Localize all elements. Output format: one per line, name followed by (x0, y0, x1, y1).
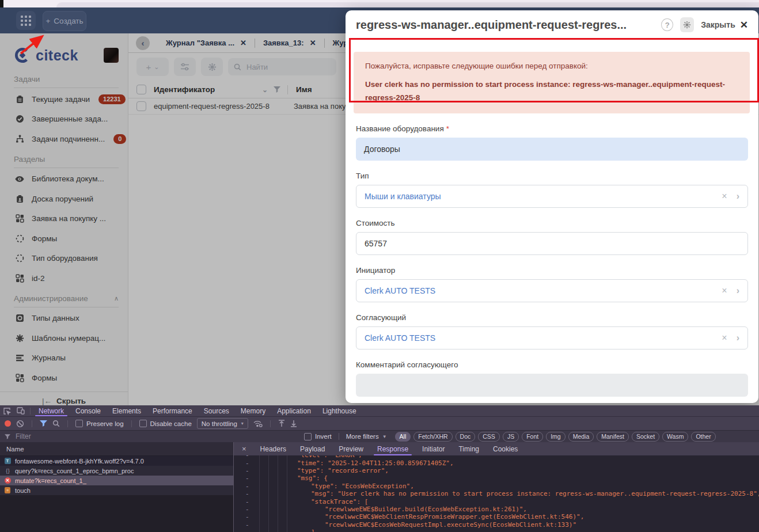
field-name-input[interactable]: Договоры (356, 138, 748, 161)
devtools-tab-elements[interactable]: Elements (107, 405, 147, 416)
device-toolbar-icon[interactable] (14, 405, 28, 416)
screen: + Создать citeck ЗадачиТекущие задачи122… (0, 0, 759, 532)
filter-icon[interactable] (40, 420, 47, 427)
field-type-value: Мыши и клавиатуры (365, 192, 441, 201)
devtools-tab-sources[interactable]: Sources (198, 405, 235, 416)
detail-tab-cookies[interactable]: Cookies (486, 442, 525, 455)
code-request-icon: { } (4, 468, 11, 474)
fold-marker[interactable]: - (245, 513, 249, 520)
field-label-type: Тип (356, 172, 748, 180)
disable-cache-toggle[interactable]: Disable cache (139, 420, 192, 427)
field-label-comment: Комментарий согласующего (356, 360, 748, 369)
filter-chip-css[interactable]: CSS (478, 432, 500, 442)
detail-tab-payload[interactable]: Payload (293, 442, 332, 455)
field-cost-input[interactable]: 65757 (356, 232, 748, 255)
invert-toggle[interactable]: Invert (304, 433, 332, 440)
throttling-dropdown[interactable]: No throttling ▾ (197, 418, 248, 429)
preserve-log-checkbox[interactable] (75, 420, 83, 427)
help-icon[interactable]: ? (661, 18, 673, 31)
chevron-right-icon[interactable]: › (737, 286, 739, 296)
fold-marker[interactable]: - (245, 529, 249, 532)
field-type-select[interactable]: Мыши и клавиатуры ×› (356, 185, 748, 208)
fold-marker[interactable]: - (245, 482, 249, 490)
fold-marker[interactable]: - (245, 521, 249, 529)
filter-chip-socket[interactable]: Socket (632, 432, 659, 442)
request-list-header[interactable]: Name (0, 442, 233, 456)
filter-chip-other[interactable]: Other (691, 432, 715, 442)
detail-tab-response[interactable]: Response (370, 442, 415, 455)
field-comment-input[interactable] (356, 374, 748, 397)
detail-tab-initiator[interactable]: Initiator (415, 442, 451, 455)
fold-marker[interactable]: - (245, 474, 249, 482)
disable-cache-checkbox[interactable] (139, 420, 147, 427)
devtools-tab-performance[interactable]: Performance (147, 405, 198, 416)
request-row-3[interactable]: ≡touch (0, 485, 233, 495)
filter-chip-img[interactable]: Img (546, 432, 566, 442)
fold-marker[interactable]: - (245, 490, 249, 497)
preserve-log-toggle[interactable]: Preserve log (75, 420, 124, 427)
detail-tab-headers[interactable]: Headers (253, 442, 293, 455)
filter-chip-doc[interactable]: Doc (456, 432, 476, 442)
filter-chip-wasm[interactable]: Wasm (662, 432, 688, 442)
modal-close-button[interactable]: Закрыть ✕ (701, 19, 748, 31)
disable-cache-label: Disable cache (150, 420, 192, 427)
request-row-0[interactable]: Tfontawesome-webfont-B-jkhYfk.woff2?v=4.… (0, 456, 233, 466)
request-detail-panel: × HeadersPayloadPreviewResponseInitiator… (234, 442, 759, 532)
filter-chip-fetchxhr[interactable]: Fetch/XHR (413, 432, 452, 442)
error-request-icon: ✕ (4, 477, 11, 484)
clear-network-log-icon[interactable] (16, 420, 24, 428)
close-detail-icon[interactable]: × (234, 444, 253, 453)
search-icon[interactable] (52, 420, 60, 427)
devtools-tab-network[interactable]: Network (33, 405, 70, 416)
field-approver-value: Clerk AUTO TESTS (365, 333, 435, 343)
fold-marker[interactable]: - (245, 459, 249, 467)
response-text: "rcewlwwcEWC$WebClientRespPromiseWrapper… (325, 513, 584, 520)
response-text: "msg": { (297, 474, 328, 482)
chevron-right-icon[interactable]: › (737, 191, 739, 202)
filter-chip-font[interactable]: Font (522, 432, 543, 442)
clear-icon[interactable]: × (722, 191, 727, 202)
response-text: "rcewlwwcEWC$EcosWebRequestImpl.executeS… (325, 521, 576, 529)
font-request-icon: T (4, 458, 11, 465)
record-button[interactable] (5, 420, 11, 427)
close-icon: ✕ (740, 19, 748, 31)
import-har-icon[interactable] (278, 420, 285, 427)
response-viewer[interactable]: -"level": "ERROR",-"time": "2025-12-04T1… (234, 455, 759, 532)
response-text: "stackTrace": [ (311, 498, 368, 506)
detail-tab-timing[interactable]: Timing (451, 442, 486, 455)
modal-settings-button[interactable] (680, 17, 694, 32)
request-list-panel: Name Tfontawesome-webfont-B-jkhYfk.woff2… (0, 442, 234, 532)
field-approver-select[interactable]: Clerk AUTO TESTS ×› (356, 326, 748, 349)
chevron-right-icon[interactable]: › (737, 333, 739, 343)
detail-tab-preview[interactable]: Preview (332, 442, 370, 455)
filter-chip-manifest[interactable]: Manifest (597, 432, 629, 442)
devtools-tab-console[interactable]: Console (70, 405, 107, 416)
fold-marker[interactable]: - (245, 498, 249, 506)
fold-marker[interactable]: - (245, 506, 249, 513)
inspect-element-icon[interactable] (0, 405, 14, 416)
network-conditions-icon[interactable] (253, 420, 263, 427)
response-text: "type": "records-error", (297, 467, 389, 474)
request-row-2[interactable]: ✕mutate?k=recs_count_1_ (0, 476, 233, 485)
filter-chip-all[interactable]: All (395, 432, 411, 442)
devtools-tab-application[interactable]: Application (271, 405, 317, 416)
clear-icon[interactable]: × (722, 286, 727, 296)
field-initiator-select[interactable]: Clerk AUTO TESTS ×› (356, 279, 748, 302)
clear-icon[interactable]: × (722, 333, 727, 343)
request-row-1[interactable]: { }query?k=recs_count_1_eproc_bpmn_proc (0, 466, 233, 476)
invert-checkbox[interactable] (304, 433, 312, 440)
fold-marker[interactable]: - (245, 455, 249, 459)
field-label-cost: Стоимость (356, 219, 748, 227)
devtools-tab-lighthouse[interactable]: Lighthouse (317, 405, 362, 416)
export-har-icon[interactable] (290, 420, 297, 427)
modal-header: regress-ws-manager..equipment-request-re… (356, 10, 748, 39)
more-filters-dropdown[interactable]: More filters ▼ (346, 433, 387, 440)
filter-chip-js[interactable]: JS (503, 432, 519, 442)
devtools-tab-memory[interactable]: Memory (235, 405, 271, 416)
response-text: "time": "2025-12-04T11:25:00.859671405Z"… (297, 459, 454, 467)
response-text: "rcewlwweEWE$Builder.build(EcosWebExcept… (325, 506, 527, 513)
fold-marker[interactable]: - (245, 467, 249, 474)
network-filter-input[interactable] (14, 432, 236, 441)
filter-chip-media[interactable]: Media (568, 432, 594, 442)
network-filter-input-wrap[interactable] (5, 432, 304, 441)
